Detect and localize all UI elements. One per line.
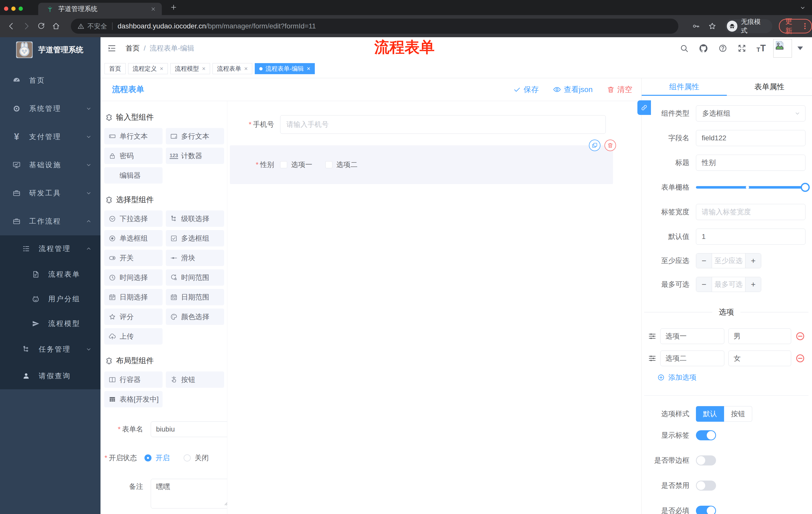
- sidebar-item-process-form[interactable]: 流程表单: [0, 262, 100, 287]
- title-input[interactable]: [696, 155, 806, 171]
- component-password[interactable]: 密码: [104, 147, 163, 164]
- sidebar-item-infra[interactable]: 基础设施: [0, 151, 100, 179]
- component-slider[interactable]: 滑块: [166, 250, 224, 266]
- clear-button[interactable]: 清空: [607, 84, 632, 95]
- form-grid-slider[interactable]: [696, 179, 806, 195]
- field-name-input[interactable]: [696, 130, 806, 146]
- gender-option2-checkbox[interactable]: 选项二: [325, 160, 357, 169]
- slider-handle[interactable]: [801, 183, 810, 192]
- back-icon[interactable]: [7, 22, 16, 30]
- view-json-button[interactable]: 查看json: [553, 84, 593, 95]
- default-value-input[interactable]: [696, 228, 806, 245]
- show-label-toggle[interactable]: [696, 430, 716, 440]
- remove-option-button[interactable]: [795, 331, 805, 341]
- component-row-container[interactable]: 行容器: [104, 372, 163, 388]
- tag-process-form[interactable]: 流程表单 ×: [212, 63, 252, 74]
- component-checkbox-group[interactable]: 多选框组: [166, 230, 224, 246]
- component-color-picker[interactable]: 颜色选择: [166, 308, 224, 325]
- reload-icon[interactable]: [37, 22, 45, 30]
- drag-handle-icon[interactable]: [648, 354, 657, 363]
- component-counter[interactable]: 123计数器: [166, 147, 224, 164]
- sidebar-item-task-manage[interactable]: 任务管理: [0, 336, 100, 362]
- component-type-select[interactable]: 多选框组: [696, 105, 806, 121]
- search-icon[interactable]: [679, 44, 689, 53]
- new-tab-button[interactable]: [170, 3, 177, 11]
- copy-field-button[interactable]: [589, 140, 601, 151]
- component-rate[interactable]: 评分: [104, 308, 163, 325]
- tag-close-icon[interactable]: ×: [307, 65, 310, 72]
- sidebar-item-home[interactable]: 首页: [0, 66, 100, 94]
- sidebar-logo-row[interactable]: 芋道管理系统: [0, 37, 100, 62]
- status-off-radio[interactable]: 关闭: [184, 453, 209, 463]
- add-option-button[interactable]: 添加选项: [657, 373, 812, 382]
- increase-button[interactable]: +: [745, 277, 761, 292]
- form-remark-textarea[interactable]: 嘿嘿: [151, 479, 227, 509]
- increase-button[interactable]: +: [745, 253, 761, 268]
- sidebar-item-workflow[interactable]: 工作流程: [0, 207, 100, 235]
- component-cascader[interactable]: 级联选择: [166, 211, 224, 227]
- tab-close-icon[interactable]: [150, 6, 156, 12]
- tag-process-definition[interactable]: 流程定义 ×: [128, 63, 168, 74]
- tab-form-props[interactable]: 表单属性: [727, 78, 812, 95]
- browser-update-button[interactable]: 更新: [779, 19, 812, 33]
- window-controls[interactable]: [4, 6, 23, 11]
- canvas-field-phone[interactable]: *手机号: [227, 115, 606, 134]
- decrease-button[interactable]: −: [696, 253, 712, 268]
- drag-handle-icon[interactable]: [648, 332, 657, 341]
- sidebar-item-devtools[interactable]: 研发工具: [0, 179, 100, 207]
- tab-component-props[interactable]: 组件属性: [642, 78, 727, 95]
- browser-tab[interactable]: 芋道管理系统: [38, 3, 162, 15]
- component-switch[interactable]: 开关: [104, 250, 163, 266]
- save-button[interactable]: 保存: [513, 84, 539, 95]
- component-radio-group[interactable]: 单选框组: [104, 230, 163, 246]
- tag-close-icon[interactable]: ×: [244, 65, 248, 72]
- sidebar-item-payment[interactable]: ¥ 支付管理: [0, 123, 100, 151]
- tag-process-model[interactable]: 流程模型 ×: [170, 63, 210, 74]
- remove-option-button[interactable]: [795, 353, 805, 363]
- component-single-text[interactable]: 单行文本: [104, 128, 163, 144]
- home-icon[interactable]: [52, 22, 60, 30]
- component-date-range[interactable]: 日期范围: [166, 289, 224, 305]
- status-on-radio[interactable]: 开启: [144, 453, 170, 463]
- forward-icon[interactable]: [22, 22, 31, 30]
- tag-close-icon[interactable]: ×: [202, 65, 205, 72]
- component-time-picker[interactable]: 时间选择: [104, 269, 163, 286]
- option1-value-input[interactable]: [728, 328, 791, 344]
- min-select-placeholder[interactable]: 至少应选: [712, 253, 745, 268]
- sidebar-item-system[interactable]: 系统管理: [0, 94, 100, 123]
- component-editor[interactable]: 编辑器: [104, 167, 163, 184]
- breadcrumb-home[interactable]: 首页: [126, 44, 140, 53]
- sidebar-collapse-icon[interactable]: [107, 44, 117, 53]
- component-upload[interactable]: 上传: [104, 328, 163, 345]
- canvas-field-gender-selected[interactable]: *性别 选项一 选项二: [230, 145, 613, 184]
- required-toggle[interactable]: [696, 506, 716, 514]
- component-select[interactable]: 下拉选择: [104, 211, 163, 227]
- font-size-icon[interactable]: TT: [756, 44, 766, 53]
- phone-field-input[interactable]: [280, 115, 606, 134]
- address-bar[interactable]: 不安全 dashboard.yudao.iocoder.cn/bpm/manag…: [71, 19, 678, 34]
- border-toggle[interactable]: [696, 455, 716, 465]
- github-icon[interactable]: [699, 44, 708, 53]
- component-time-range[interactable]: 时间范围: [166, 269, 224, 286]
- disabled-toggle[interactable]: [696, 481, 716, 491]
- avatar[interactable]: [773, 39, 792, 58]
- tag-close-icon[interactable]: ×: [160, 65, 163, 72]
- option2-label-input[interactable]: [660, 351, 724, 366]
- avatar-caret-down-icon[interactable]: [798, 47, 803, 50]
- component-table-dev[interactable]: 表格[开发中]: [104, 391, 163, 407]
- sidebar-item-process-model[interactable]: 流程模型: [0, 311, 100, 336]
- component-multi-text[interactable]: 多行文本: [166, 128, 224, 144]
- sidebar-item-leave-query[interactable]: 请假查询: [0, 362, 100, 389]
- slider-track[interactable]: [696, 186, 806, 189]
- tab-search-chevron-icon[interactable]: [800, 4, 806, 11]
- component-button[interactable]: 按钮: [166, 372, 224, 388]
- option2-value-input[interactable]: [728, 351, 791, 366]
- tag-process-form-edit[interactable]: 流程表单-编辑 ×: [255, 63, 315, 74]
- sidebar-item-user-group[interactable]: 用户分组: [0, 287, 100, 311]
- password-key-icon[interactable]: [692, 22, 700, 30]
- style-button-button[interactable]: 按钮: [724, 406, 752, 422]
- link-tab[interactable]: [637, 100, 651, 115]
- gender-option1-checkbox[interactable]: 选项一: [280, 160, 312, 169]
- component-date-picker[interactable]: 日期选择: [104, 289, 163, 305]
- close-window-button[interactable]: [4, 6, 8, 11]
